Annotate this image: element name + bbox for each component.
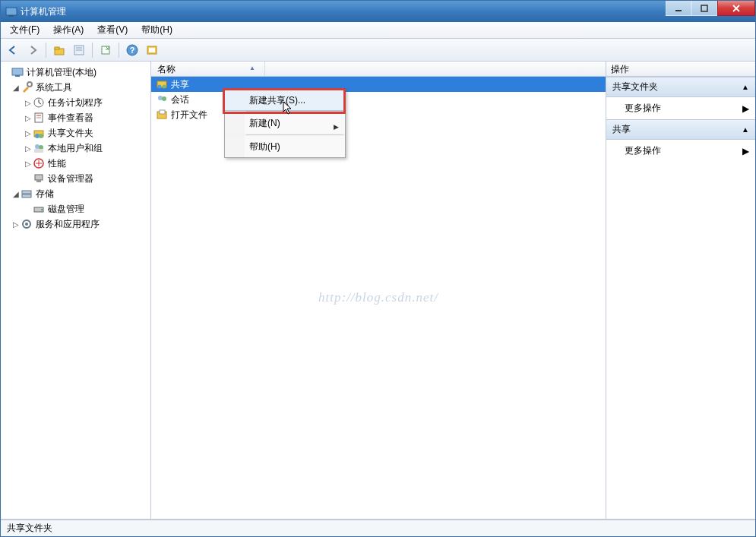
collapse-icon: ▲ [742,125,749,134]
close-button[interactable] [717,1,755,16]
main-area: 计算机管理(本地) ◢系统工具 ▷任务计划程序 ▷事件查看器 ▷共享文件夹 ▷本… [1,62,755,520]
list-row-openfiles[interactable]: 打开文件 [151,107,606,122]
properties-button[interactable] [70,41,88,59]
tree-label: 任务计划程序 [48,96,103,109]
event-icon [33,112,45,124]
app-window: 计算机管理 文件(F) 操作(A) 查看(V) 帮助(H) ? 计算机管理(本地… [0,0,756,537]
action-section-share[interactable]: 共享 ▲ [606,119,755,140]
tree-storage[interactable]: ◢存储 [1,186,150,201]
svg-point-33 [41,209,43,210]
window-title: 计算机管理 [21,5,66,18]
tree-label: 系统工具 [36,81,72,94]
tree-disk-mgmt[interactable]: 磁盘管理 [1,201,150,216]
disk-icon [33,203,45,215]
tree-label: 设备管理器 [48,172,93,185]
menu-file[interactable]: 文件(F) [4,22,46,38]
list-header: 名称 [151,62,606,77]
context-menu-label: 新建(N) [249,117,280,130]
action-pane: 操作 共享文件夹 ▲ 更多操作 ▶ 共享 ▲ 更多操作 ▶ [606,62,755,519]
svg-point-37 [158,85,162,89]
performance-icon [33,157,45,169]
svg-rect-2 [675,10,682,11]
tree-label: 共享文件夹 [48,127,93,140]
clock-icon [33,96,45,109]
up-button[interactable] [50,41,68,59]
storage-icon [21,188,33,200]
services-icon [21,218,33,230]
openfile-icon [156,109,168,121]
tree-device-manager[interactable]: 设备管理器 [1,171,150,186]
maximize-button[interactable] [691,1,717,16]
export-button[interactable] [96,41,115,59]
submenu-arrow-icon: ▶ [742,146,749,156]
menu-view[interactable]: 查看(V) [91,22,134,38]
view-button[interactable] [143,41,161,59]
menu-action[interactable]: 操作(A) [47,22,90,38]
list-label: 会话 [171,93,189,106]
svg-point-16 [27,82,32,87]
collapse-icon: ▲ [742,83,749,91]
tree-shared-folders[interactable]: ▷共享文件夹 [1,125,150,141]
svg-rect-26 [34,149,43,153]
help-button[interactable]: ? [123,41,141,59]
tools-icon [21,81,33,93]
list-row-sessions[interactable]: 会话 [151,92,606,107]
svg-point-38 [163,85,166,89]
svg-point-40 [162,96,166,101]
svg-point-35 [25,223,28,226]
context-menu-new-share[interactable]: 新建共享(S)... [224,90,346,111]
tree-local-users[interactable]: ▷本地用户和组 [1,141,150,156]
svg-rect-1 [9,15,14,17]
tree-label: 计算机管理(本地) [27,66,96,79]
minimize-button[interactable] [666,1,691,16]
tree-label: 本地用户和组 [48,142,103,155]
svg-point-39 [158,96,163,100]
context-menu-new[interactable]: 新建(N) [225,112,345,134]
svg-rect-13 [149,48,155,52]
computer-icon [11,66,24,78]
tree-system-tools[interactable]: ◢系统工具 [1,80,150,95]
action-section-label: 共享 [612,123,631,136]
svg-rect-31 [22,194,31,197]
menu-help[interactable]: 帮助(H) [135,22,179,38]
watermark: http://blog.csdn.net/ [318,290,438,305]
context-menu-help[interactable]: 帮助(H) [225,136,345,157]
users-icon [33,142,45,154]
list-body: 共享 会话 打开文件 http://blog.csdn.net/ [151,77,606,519]
svg-point-23 [39,134,43,138]
svg-rect-29 [36,180,41,182]
forward-button[interactable] [24,41,42,59]
action-link-label: 更多操作 [625,102,661,115]
device-icon [33,172,45,185]
svg-rect-3 [701,5,707,11]
action-more-2[interactable]: 更多操作 ▶ [606,140,755,162]
list-pane: 名称 共享 会话 打开文件 http://blog.csdn.net/ [151,62,606,519]
shared-folder-icon [33,127,45,139]
tree-task-scheduler[interactable]: ▷任务计划程序 [1,95,150,110]
svg-rect-42 [160,110,165,114]
list-label: 共享 [171,78,189,91]
app-icon [5,5,17,17]
back-button[interactable] [4,41,22,59]
tree-root[interactable]: 计算机管理(本地) [1,65,150,80]
tree-event-viewer[interactable]: ▷事件查看器 [1,110,150,125]
tree-label: 性能 [48,157,66,170]
column-name[interactable]: 名称 [151,62,265,76]
tree-pane: 计算机管理(本地) ◢系统工具 ▷任务计划程序 ▷事件查看器 ▷共享文件夹 ▷本… [1,62,151,519]
action-more-1[interactable]: 更多操作 ▶ [606,97,755,119]
status-text: 共享文件夹 [7,522,52,535]
tree-label: 存储 [36,188,54,201]
context-menu-separator [246,111,343,112]
context-menu-label: 帮助(H) [249,141,280,153]
svg-point-24 [35,144,40,149]
session-icon [156,93,168,106]
tree-performance[interactable]: ▷性能 [1,156,150,171]
list-row-shares[interactable]: 共享 [151,77,606,92]
svg-rect-14 [12,68,23,75]
svg-text:?: ? [130,46,135,55]
action-pane-title: 操作 [606,62,755,77]
tree-label: 事件查看器 [48,112,93,125]
tree-services-apps[interactable]: ▷服务和应用程序 [1,216,150,232]
action-section-shared-folders[interactable]: 共享文件夹 ▲ [606,77,755,97]
toolbar: ? [1,39,755,62]
